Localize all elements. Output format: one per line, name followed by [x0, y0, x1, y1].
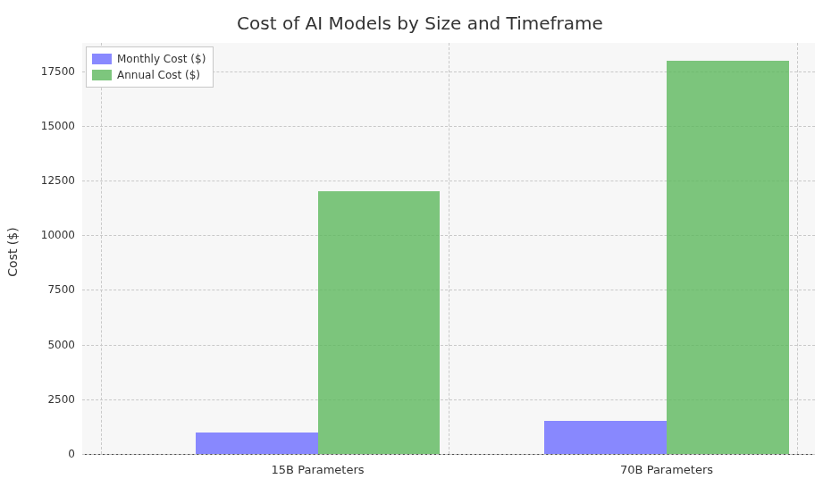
y-tick-label: 5000 — [47, 339, 82, 351]
y-tick-label: 15000 — [41, 120, 82, 132]
legend-entry: Monthly Cost ($) — [92, 51, 206, 67]
bar-monthly — [196, 433, 318, 454]
y-tick-label: 10000 — [41, 229, 82, 241]
axes: 0 2500 5000 7500 10000 12500 15000 17500 — [82, 43, 815, 455]
gridline-v — [797, 43, 798, 454]
y-tick-label: 12500 — [41, 174, 82, 187]
legend-entry: Annual Cost ($) — [92, 67, 206, 83]
chart-title: Cost of AI Models by Size and Timeframe — [0, 13, 840, 34]
gridline-v — [449, 43, 449, 454]
bar-monthly — [544, 421, 667, 454]
legend: Monthly Cost ($) Annual Cost ($) — [86, 46, 214, 88]
y-tick-label: 7500 — [47, 283, 82, 296]
legend-swatch-monthly — [92, 54, 112, 64]
y-tick-label: 2500 — [47, 393, 82, 406]
x-tick-label: 15B Parameters — [272, 454, 365, 476]
legend-label: Annual Cost ($) — [117, 67, 200, 83]
legend-swatch-annual — [92, 70, 112, 80]
y-tick-label: 0 — [68, 448, 82, 460]
gridline-v — [101, 43, 102, 454]
y-tick-label: 17500 — [41, 65, 82, 78]
figure: Cost of AI Models by Size and Timeframe … — [0, 0, 840, 504]
y-axis-label: Cost ($) — [5, 227, 20, 276]
legend-label: Monthly Cost ($) — [117, 51, 206, 67]
bar-annual — [318, 191, 441, 454]
x-tick-label: 70B Parameters — [620, 454, 713, 476]
bar-annual — [667, 61, 789, 454]
